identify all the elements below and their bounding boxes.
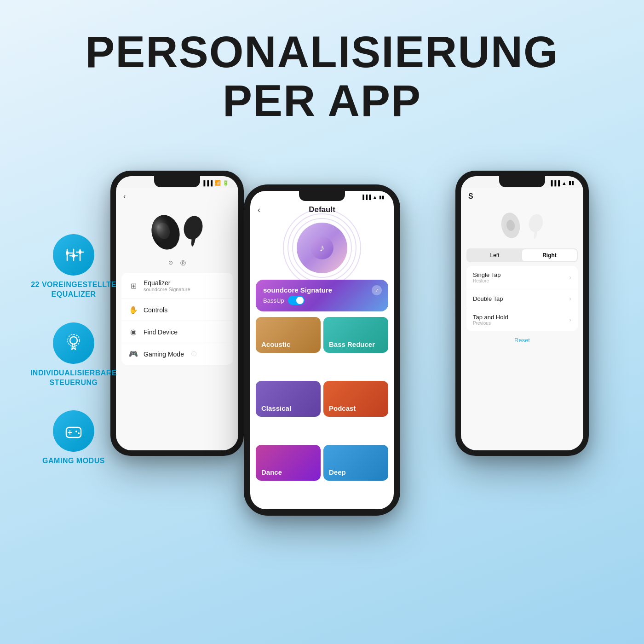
phone-left: ▐▐▐ 📶 🔋 ‹ (110, 171, 244, 456)
single-tap-content: Single Tap Restore (473, 271, 500, 283)
control-single-tap[interactable]: Single Tap Restore › (466, 266, 578, 289)
menu-item-find[interactable]: ◉ Find Device (121, 321, 233, 343)
svg-rect-5 (72, 254, 75, 258)
tile-podcast-label: Podcast (329, 404, 356, 412)
tile-classical[interactable]: Classical (256, 381, 321, 417)
menu-eq-icon: ⊞ (129, 282, 138, 290)
right-title: S (468, 192, 576, 201)
battery-case: ⊙ (168, 259, 173, 267)
tile-bass-label: Bass Reducer (329, 340, 375, 348)
touch-icon (63, 333, 84, 353)
reset-button[interactable]: Reset (461, 333, 583, 347)
headline: PERSONALISIERUNG PER APP (0, 0, 644, 125)
music-visual: ♪ (250, 218, 394, 278)
tile-classical-label: Classical (261, 404, 291, 412)
bassup-row: BassUp (263, 296, 381, 305)
feature-equalizer: 22 VOREINGESTELLTEEQUALIZER (28, 234, 120, 299)
earbuds-svg (140, 207, 214, 253)
music-disc-inner: ♪ (310, 236, 334, 259)
svg-point-15 (78, 432, 80, 434)
phone-center-screen: ▐▐▐ ▲ ▮▮ ‹ Default ♪ (250, 191, 394, 509)
menu-item-equalizer[interactable]: ⊞ Equalizer soundcore Signature (121, 273, 233, 299)
phone-left-shell: ▐▐▐ 📶 🔋 ‹ (110, 171, 244, 456)
menu-eq-subtitle: soundcore Signature (144, 287, 190, 292)
menu-find-label: Find Device (144, 328, 178, 336)
tile-podcast[interactable]: Podcast (323, 381, 388, 417)
menu-ctrl-label: Controls (144, 306, 167, 314)
status-icons-right: ▐▐▐ ▲ ▮▮ (549, 180, 574, 186)
tab-left[interactable]: Left (467, 249, 522, 261)
control-double-tap[interactable]: Double Tap › (466, 289, 578, 308)
svg-rect-8 (79, 250, 81, 254)
phone-right-screen: ▐▐▐ ▲ ▮▮ S (461, 176, 583, 450)
double-tap-content: Double Tap (473, 295, 503, 302)
phone-center-shell: ▐▐▐ ▲ ▮▮ ‹ Default ♪ (244, 184, 400, 516)
status-icons-center: ▐▐▐ ▲ ▮▮ (361, 195, 385, 200)
hold-content: Tap and Hold Previous (473, 314, 508, 326)
phone-right-shell: ▐▐▐ ▲ ▮▮ S (455, 171, 589, 456)
left-back-arrow[interactable]: ‹ (123, 192, 126, 201)
svg-point-21 (148, 212, 184, 253)
menu-ctrl-icon: ✋ (129, 305, 138, 314)
left-header: ‹ (116, 188, 238, 202)
right-earbuds-svg (494, 207, 550, 244)
feature-controls: INDIVIDUALISIERBARESTEUERUNG (28, 322, 120, 388)
phone-right: ▐▐▐ ▲ ▮▮ S (455, 171, 589, 456)
phone-left-screen: ▐▐▐ 📶 🔋 ‹ (116, 176, 238, 450)
gaming-circle (53, 410, 94, 452)
hold-chevron: › (569, 316, 571, 323)
gaming-label: GAMING MODUS (42, 456, 105, 466)
single-tap-chevron: › (569, 274, 571, 281)
phone-center: ▐▐▐ ▲ ▮▮ ‹ Default ♪ (244, 184, 400, 516)
hold-label: Tap and Hold (473, 314, 508, 321)
equalizer-circle (53, 234, 94, 276)
battery-r: Ⓡ (180, 259, 186, 267)
tile-deep[interactable]: Deep (323, 445, 388, 481)
double-tap-label: Double Tap (473, 295, 503, 302)
headline-line1: PERSONALISIERUNG (0, 28, 644, 76)
menu-find-icon: ◉ (129, 328, 138, 336)
control-list: Single Tap Restore › Double Tap › Tap (466, 266, 578, 331)
single-tap-sub: Restore (473, 278, 500, 283)
status-icons-left: ▐▐▐ 📶 🔋 (202, 180, 229, 186)
battery-row: ⊙ Ⓡ (116, 258, 238, 271)
tile-bass-reducer[interactable]: Bass Reducer (323, 317, 388, 353)
controls-circle (53, 322, 94, 364)
menu-item-gaming[interactable]: 🎮 Gaming Mode ⓘ (121, 343, 233, 365)
tile-dance-label: Dance (261, 468, 282, 476)
earbuds-area (116, 202, 238, 258)
controls-label: INDIVIDUALISIERBARESTEUERUNG (30, 368, 117, 388)
lr-tabs: Left Right (466, 248, 578, 262)
right-header: S (461, 188, 583, 202)
gaming-icon (63, 421, 84, 441)
tile-dance[interactable]: Dance (256, 445, 321, 481)
menu-game-label: Gaming Mode (144, 351, 184, 358)
control-hold[interactable]: Tap and Hold Previous › (466, 308, 578, 331)
svg-rect-2 (66, 251, 69, 255)
tile-deep-label: Deep (329, 468, 346, 476)
status-bar-left: ▐▐▐ 📶 🔋 (116, 176, 238, 188)
features-left: 22 VOREINGESTELLTEEQUALIZER INDIVIDUALIS… (28, 234, 120, 466)
menu-eq-content: Equalizer soundcore Signature (144, 279, 190, 292)
bassup-label: BassUp (263, 297, 284, 304)
menu-item-controls[interactable]: ✋ Controls (121, 299, 233, 321)
hold-sub: Previous (473, 321, 508, 326)
menu-eq-label: Equalizer (144, 279, 190, 287)
equalizer-label: 22 VOREINGESTELLTEEQUALIZER (31, 280, 116, 299)
eq-grid: Acoustic Bass Reducer Classical Podcast … (250, 313, 394, 509)
tile-acoustic[interactable]: Acoustic (256, 317, 321, 353)
sig-title: soundcore Signature (263, 286, 381, 294)
center-back-arrow[interactable]: ‹ (258, 205, 260, 215)
bassup-toggle[interactable] (288, 296, 305, 305)
tab-right[interactable]: Right (522, 249, 577, 261)
signature-card[interactable]: ✓ soundcore Signature BassUp (256, 280, 388, 311)
feature-gaming: GAMING MODUS (28, 410, 120, 466)
double-tap-chevron: › (569, 295, 571, 302)
single-tap-label: Single Tap (473, 271, 500, 278)
phones-section: 22 VOREINGESTELLTEEQUALIZER INDIVIDUALIS… (0, 143, 644, 557)
reset-label: Reset (514, 337, 530, 344)
status-bar-center: ▐▐▐ ▲ ▮▮ (250, 191, 394, 201)
headline-line2: PER APP (0, 76, 644, 125)
music-disc: ♪ (297, 223, 347, 273)
eq-icon (63, 245, 84, 265)
